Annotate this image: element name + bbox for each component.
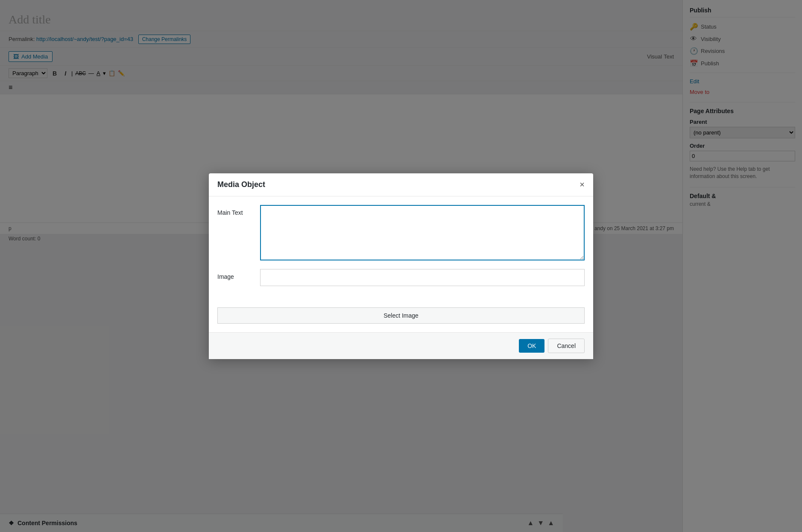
modal-footer: OK Cancel xyxy=(209,332,593,359)
image-input[interactable] xyxy=(260,269,585,286)
image-label: Image xyxy=(217,269,260,280)
modal-title: Media Object xyxy=(217,180,265,189)
select-image-area: Select Image xyxy=(209,303,593,332)
modal-header: Media Object × xyxy=(209,173,593,196)
image-field: Image xyxy=(217,269,585,286)
modal-body: Main Text Image xyxy=(209,196,593,303)
media-object-modal: Media Object × Main Text Image Select Im… xyxy=(209,173,593,359)
modal-ok-button[interactable]: OK xyxy=(519,339,544,353)
select-image-button[interactable]: Select Image xyxy=(217,307,585,324)
main-text-label: Main Text xyxy=(217,205,260,216)
modal-cancel-button[interactable]: Cancel xyxy=(548,339,585,353)
main-text-field: Main Text xyxy=(217,205,585,260)
main-text-input[interactable] xyxy=(260,205,585,260)
modal-overlay[interactable]: Media Object × Main Text Image Select Im… xyxy=(0,0,802,532)
modal-close-button[interactable]: × xyxy=(580,180,585,189)
